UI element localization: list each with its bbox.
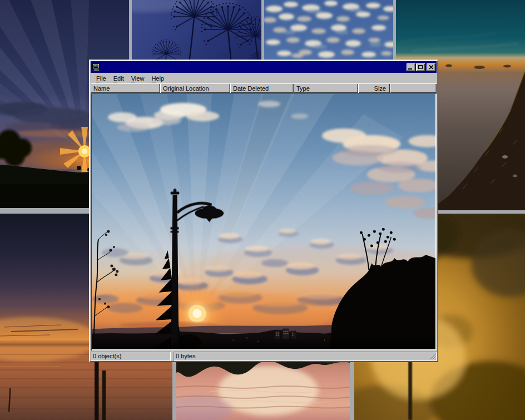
close-button[interactable] (427, 63, 435, 71)
status-bar: 0 object(s) 0 bytes (91, 352, 437, 361)
column-header-name[interactable]: Name (91, 83, 160, 93)
window-titlebar[interactable] (91, 61, 437, 73)
column-header-blank[interactable] (390, 83, 437, 93)
menu-bar: File Edit View Help (91, 73, 437, 83)
column-header-size[interactable]: Size (358, 83, 390, 93)
close-icon (429, 65, 434, 70)
maximize-button[interactable] (416, 63, 425, 71)
menu-view[interactable]: View (130, 75, 146, 82)
status-total-size: 0 bytes (174, 352, 437, 361)
menu-help[interactable]: Help (150, 75, 165, 82)
column-headers: Name Original Location Date Deleted Type… (91, 83, 437, 93)
column-header-type[interactable]: Type (294, 83, 358, 93)
status-object-count: 0 object(s) (91, 352, 171, 361)
window-controls (406, 63, 435, 71)
menu-edit[interactable]: Edit (112, 75, 125, 82)
minimize-icon (408, 68, 412, 70)
column-header-original-location[interactable]: Original Location (160, 83, 230, 93)
menu-file[interactable]: File (95, 75, 107, 82)
minimize-button[interactable] (407, 63, 415, 71)
sunset-streetlamp-photo (92, 94, 435, 349)
recycle-bin-window: File Edit View Help Name Original Locati… (89, 60, 438, 362)
screen: { "desktop": { "wallpaper_photos": [ "su… (0, 0, 525, 420)
maximize-icon (418, 65, 423, 69)
column-header-date-deleted[interactable]: Date Deleted (230, 83, 294, 93)
resize-grip-icon (429, 353, 436, 360)
computer-icon (92, 63, 101, 71)
file-list-area[interactable] (91, 93, 437, 350)
resize-grip[interactable] (429, 353, 436, 360)
